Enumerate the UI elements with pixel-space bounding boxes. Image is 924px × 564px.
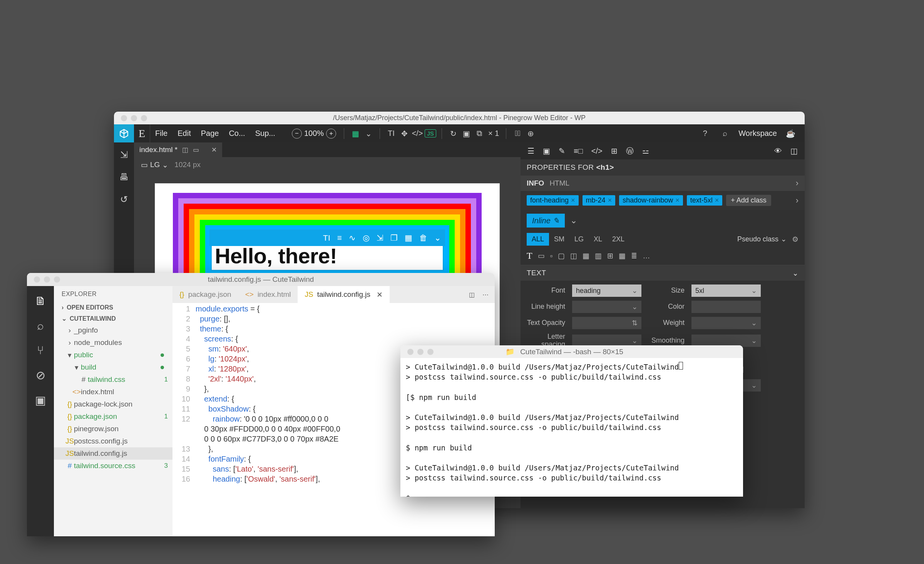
js-badge[interactable]: JS <box>424 127 437 140</box>
tree-item[interactable]: ▾build <box>54 361 172 373</box>
tree-item[interactable]: #tailwind.source.css3 <box>54 460 172 472</box>
tree-item[interactable]: {}package-lock.json <box>54 398 172 410</box>
add-class-button[interactable]: + Add class <box>726 195 771 206</box>
remove-class-icon[interactable]: × <box>608 196 612 204</box>
panel-icon[interactable]: ◫ <box>182 146 188 154</box>
target-icon[interactable]: ⊕ <box>524 127 537 140</box>
coffee-icon[interactable]: ☕ <box>784 127 797 140</box>
extensions-icon[interactable]: ▣ <box>35 393 46 407</box>
class-chip[interactable]: mb-24× <box>583 195 616 206</box>
remove-class-icon[interactable]: × <box>571 196 575 204</box>
opacity-input[interactable]: ⇅ <box>572 317 641 329</box>
bp-all[interactable]: ALL <box>527 233 549 246</box>
tree-item[interactable]: JSpostcss.config.js <box>54 435 172 447</box>
export-icon[interactable]: ⇲ <box>377 233 383 243</box>
search-icon[interactable]: ⌕ <box>718 127 732 140</box>
chevron-right-icon[interactable]: › <box>796 196 798 206</box>
size-select[interactable]: 5xl⌄ <box>691 285 761 297</box>
menu-support[interactable]: Sup... <box>250 129 280 138</box>
device-chip[interactable]: ▭ LG ⌄ <box>141 161 168 169</box>
tree-item[interactable]: #tailwind.css1 <box>54 373 172 386</box>
x1-label[interactable]: × 1 <box>486 127 501 140</box>
editor-tab[interactable]: {}package.json <box>172 286 238 303</box>
chevron-right-icon[interactable]: › <box>796 178 798 188</box>
puzzle-icon[interactable]: ⊞ <box>611 146 618 156</box>
help-icon[interactable]: ? <box>698 127 711 140</box>
refresh-icon[interactable]: ↻ <box>447 127 460 140</box>
eye-icon[interactable]: 👁 <box>774 147 782 156</box>
print-icon[interactable]: 🖶 <box>119 172 129 182</box>
class-chip[interactable]: font-heading× <box>527 195 579 206</box>
typography-icon[interactable]: T <box>527 251 532 261</box>
gear-icon[interactable]: ⚙ <box>792 235 798 244</box>
vscode-titlebar[interactable]: tailwind.config.js — CuteTailwind <box>27 273 495 286</box>
open-editors-section[interactable]: ›OPEN EDITORS <box>54 302 172 313</box>
traffic-lights[interactable] <box>34 276 60 283</box>
paint-icon[interactable]: ✥ <box>398 127 411 140</box>
brush-icon[interactable]: ✎ <box>559 146 565 156</box>
text-section-header[interactable]: TEXT ⌄ <box>521 265 805 281</box>
selected-element[interactable]: TI ≡ ∿ ◎ ⇲ ❐ ▦ 🗑 ⌄ Hello, there! <box>211 231 444 271</box>
text-tool-icon[interactable]: TI <box>385 127 398 140</box>
color-select[interactable] <box>691 301 761 313</box>
layout-icon[interactable]: ▦ <box>583 251 589 260</box>
editor-tab[interactable]: JStailwind.config.js✕ <box>298 286 390 303</box>
html-tab[interactable]: HTML <box>549 179 569 187</box>
bp-sm[interactable]: SM <box>549 233 569 246</box>
search-icon[interactable]: ⌕ <box>37 319 44 332</box>
list2-icon[interactable]: ≣ <box>631 251 637 260</box>
workspace-label[interactable]: Workspace <box>738 129 777 138</box>
bp-xl[interactable]: XL <box>589 233 607 246</box>
flex-icon[interactable]: ⊞ <box>607 251 613 260</box>
zoom-out-icon[interactable]: − <box>292 129 302 139</box>
debug-icon[interactable]: ⊘ <box>36 368 45 382</box>
more-icon[interactable]: ⋯ <box>482 291 489 298</box>
weight-select[interactable]: ⌄ <box>691 317 761 329</box>
document-tab[interactable]: index.html * ◫ ▭ ✕ <box>134 142 222 157</box>
explorer-icon[interactable]: 🗎 <box>35 295 46 308</box>
settings-icon[interactable]: ≡ <box>337 233 342 243</box>
class-chip[interactable]: text-5xl× <box>687 195 723 206</box>
tree-item[interactable]: JStailwind.config.js <box>54 447 172 460</box>
list-icon[interactable]: ≡□ <box>574 147 583 156</box>
tree-item[interactable]: {}pinegrow.json <box>54 423 172 435</box>
lineheight-select[interactable]: ⌄ <box>572 301 641 313</box>
close-tab-icon[interactable]: ✕ <box>211 146 217 154</box>
undo-icon[interactable]: ↺ <box>120 194 128 205</box>
traffic-lights[interactable] <box>121 115 147 121</box>
smoothing-select[interactable]: ⌄ <box>691 335 761 347</box>
letterspacing-select[interactable]: ⌄ <box>572 335 641 347</box>
layout-icon[interactable]: ▭ <box>193 146 199 154</box>
more-icon[interactable]: ⌄ <box>434 233 441 243</box>
more-icon[interactable]: … <box>643 252 650 260</box>
inline-style-button[interactable]: Inline✎ <box>527 214 565 228</box>
info-tab[interactable]: INFO <box>527 179 544 187</box>
target-icon[interactable]: ◎ <box>363 233 370 243</box>
import-icon[interactable]: ⇲ <box>120 149 128 160</box>
pseudo-class-dropdown[interactable]: Pseudo class ⌄ <box>737 235 787 243</box>
box-icon[interactable]: ▣ <box>543 146 550 156</box>
info-bar[interactable]: INFO HTML › <box>521 176 805 191</box>
code-icon[interactable]: </> <box>411 127 424 140</box>
elements-icon[interactable]: E <box>134 124 150 142</box>
pinegrow-logo[interactable] <box>114 124 134 142</box>
tree-icon[interactable]: ⚍ <box>642 146 649 156</box>
class-chip[interactable]: shadow-rainbow× <box>619 195 683 206</box>
viewport-icon[interactable]: ▣ <box>460 127 473 140</box>
panel-layout-icon[interactable]: ◫ <box>790 146 798 156</box>
remove-class-icon[interactable]: × <box>675 196 680 204</box>
menu-file[interactable]: File <box>150 129 172 138</box>
tree-item[interactable]: ▾public <box>54 349 172 361</box>
text-edit-icon[interactable]: TI <box>323 233 330 243</box>
sliders-icon[interactable]: ☰ <box>527 146 534 156</box>
grid2-icon[interactable]: ▦ <box>619 251 626 260</box>
border-icon[interactable]: ▢ <box>558 251 565 260</box>
editor-tab[interactable]: <>index.html <box>238 286 298 303</box>
tree-item[interactable]: ›node_modules <box>54 336 172 349</box>
link-icon[interactable]: ∿ <box>349 233 356 243</box>
terminal-titlebar[interactable]: 📁 CuteTailwind — -bash — 80×15 <box>400 345 743 358</box>
bp-2xl[interactable]: 2XL <box>607 233 629 246</box>
copy-icon[interactable]: ❐ <box>390 233 398 243</box>
font-select[interactable]: heading⌄ <box>572 285 641 297</box>
scm-icon[interactable]: ⑂ <box>37 344 44 357</box>
